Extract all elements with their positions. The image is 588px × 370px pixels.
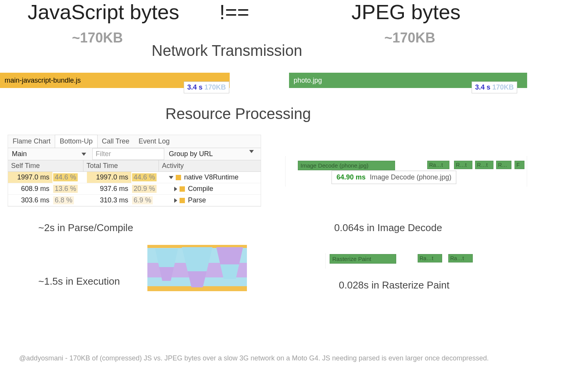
not-equal-text: !== [219,0,249,24]
col-total-time[interactable]: Total Time [83,160,159,171]
tab-call-tree[interactable]: Call Tree [97,135,134,148]
chevron-down-icon [249,150,254,153]
jpg-file-label: photo.jpg [294,77,322,85]
js-time: 3.4 s [187,83,203,91]
right-title: JPEG bytes [351,0,461,24]
raster-block: R… [496,161,511,169]
tooltip-duration: 64.90 ms [336,173,366,181]
resource-heading: Resource Processing [165,105,311,122]
raster-block: R…t [475,161,493,169]
jpg-network-badge: 3.4 s 170KB [472,81,517,93]
total-time: 1997.0 ms [87,172,131,183]
jpg-time: 3.4 s [475,83,490,91]
devtools-tabs: Flame Chart Bottom-Up Call Tree Event Lo… [8,135,261,148]
left-title: JavaScript bytes [28,0,179,24]
footer-attribution: @addyosmani - 170KB of (compressed) JS v… [19,354,573,362]
image-decode-track: Image Decode (phone.jpg) Ra…t R…t R…t R…… [285,156,527,187]
raster-block: Ra…t [427,161,449,169]
js-size: 170KB [204,83,226,91]
parse-compile-summary: ~2s in Parse/Compile [38,222,133,234]
self-time: 608.9 ms [8,183,52,194]
total-pct: 20.9 % [132,185,157,193]
devtools-bottom-up-panel: Flame Chart Bottom-Up Call Tree Event Lo… [8,135,261,207]
left-size: ~170KB [72,30,123,46]
col-self-time[interactable]: Self Time [8,160,83,171]
self-pct: 6.8 % [53,196,74,204]
right-size: ~170KB [384,30,435,46]
group-by-value: Group by URL [169,150,213,158]
image-decode-tooltip: 64.90 ms Image Decode (phone.jpg) [332,171,456,184]
network-heading: Network Transmission [152,42,302,59]
filter-input[interactable]: Filter [92,148,164,160]
js-file-label: main-javascript-bundle.js [5,77,81,85]
raster-block: Ra…t [418,254,442,262]
raster-block: F [514,161,524,169]
table-row[interactable]: 303.6 ms 6.8 % 310.3 ms 6.9 % Parse [8,195,261,206]
total-time: 310.3 ms [87,195,131,206]
script-color-swatch [180,186,185,192]
table-row[interactable]: 608.9 ms 13.6 % 937.6 ms 20.9 % Compile [8,183,261,195]
flame-chart-thumbnail [147,245,247,304]
rasterize-track: Rasterize Paint Ra…t Ra…t [325,253,490,269]
tooltip-label: Image Decode (phone.jpg) [370,173,451,181]
activity-label: Parse [188,196,206,204]
total-time: 937.6 ms [87,183,131,194]
self-time: 303.6 ms [8,195,52,206]
image-decode-summary: 0.064s in Image Decode [334,222,442,234]
raster-block: Ra…t [448,254,473,262]
thread-select[interactable]: Main [8,148,92,160]
script-color-swatch [180,198,185,203]
total-pct: 44.6 % [132,173,157,181]
execution-summary: ~1.5s in Execution [38,275,120,287]
thread-select-value: Main [12,150,27,158]
rasterize-summary: 0.028s in Rasterize Paint [339,279,449,291]
tab-event-log[interactable]: Event Log [134,135,174,148]
js-network-badge: 3.4 s 170KB [184,81,229,93]
expand-arrow-icon[interactable] [174,187,177,191]
raster-block: R…t [454,161,472,169]
self-pct: 13.6 % [53,185,78,193]
activity-label: Compile [188,185,213,193]
tab-flame-chart[interactable]: Flame Chart [8,135,55,148]
rasterize-block: Rasterize Paint [330,254,396,264]
script-color-swatch [176,175,181,180]
expand-arrow-icon[interactable] [169,176,173,179]
total-pct: 6.9 % [132,196,153,204]
expand-arrow-icon[interactable] [174,198,177,203]
col-activity[interactable]: Activity [159,160,261,171]
jpg-size: 170KB [492,83,514,91]
image-decode-block: Image Decode (phone.jpg) [298,161,395,170]
activity-label: native V8Runtime [184,173,238,181]
chevron-down-icon [82,153,86,156]
table-row[interactable]: 1997.0 ms 44.6 % 1997.0 ms 44.6 % native… [8,172,261,183]
tab-bottom-up[interactable]: Bottom-Up [55,135,98,148]
group-by-select[interactable]: Group by URL [164,148,261,160]
self-time: 1997.0 ms [8,172,52,183]
self-pct: 44.6 % [53,173,78,181]
